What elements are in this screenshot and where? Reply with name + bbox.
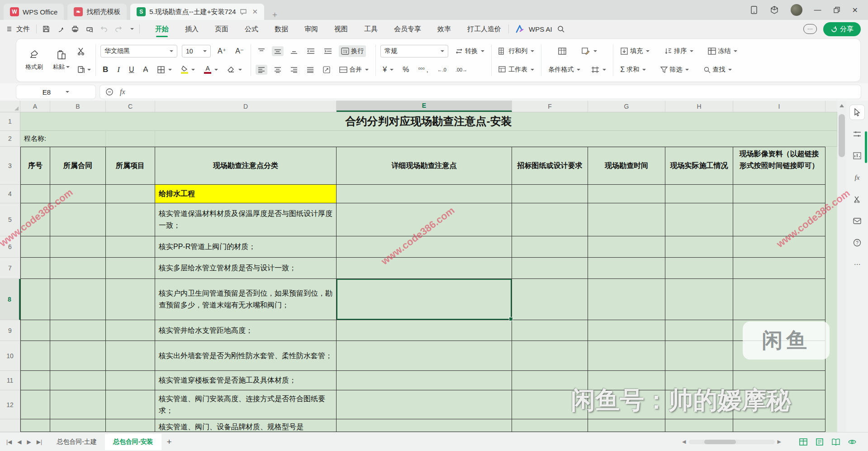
close-tab-icon[interactable]: ✕ <box>252 8 258 16</box>
cell[interactable] <box>588 371 665 390</box>
cell[interactable] <box>337 203 512 236</box>
menu-item-review[interactable]: 审阅 <box>297 22 325 37</box>
fill-color-button[interactable] <box>179 64 197 76</box>
category-cell[interactable]: 给排水工程 <box>155 185 337 203</box>
cell[interactable] <box>20 371 50 390</box>
cell[interactable] <box>512 320 588 341</box>
print-preview-icon[interactable] <box>85 25 94 33</box>
add-sheet-icon[interactable]: + <box>161 437 177 447</box>
cell[interactable] <box>733 203 825 236</box>
note-cell[interactable]: 核实管道保温材料材质及保温厚度是否与图纸设计厚度一致； <box>155 203 337 236</box>
app-tab-docer[interactable]: ❧ 找稻壳模板 <box>67 4 127 20</box>
scroll-left-icon[interactable]: ◀ <box>682 439 686 445</box>
project-name-cell[interactable]: 程名称: <box>20 131 106 147</box>
cell[interactable] <box>20 320 50 341</box>
row-header-6[interactable]: 6 <box>0 236 20 258</box>
cut-tool-icon[interactable] <box>850 192 864 206</box>
underline-button[interactable]: U <box>127 64 137 76</box>
cell[interactable] <box>337 419 512 432</box>
close-window-icon[interactable]: ✕ <box>852 6 858 14</box>
cell[interactable] <box>50 320 106 341</box>
clear-format-button[interactable] <box>225 64 244 75</box>
sum-button[interactable]: Σ求和 <box>618 64 648 76</box>
cell[interactable] <box>106 419 155 432</box>
cell[interactable] <box>512 419 588 432</box>
menu-item-insert[interactable]: 插入 <box>178 22 206 37</box>
note-cell[interactable]: 核实出外墙套管是否为刚性防水套管、柔性防水套管； <box>155 341 337 371</box>
menu-item-efficiency[interactable]: 效率 <box>430 22 458 37</box>
align-right-button[interactable] <box>288 65 300 75</box>
sheet-tab-install[interactable]: 总包合同-安装 <box>105 434 161 450</box>
note-cell[interactable]: 核实管道、阀门、设备品牌材质、规格型号是 <box>155 419 337 432</box>
row-header-13[interactable] <box>0 419 20 432</box>
note-cell[interactable]: 核实管井给水支管距地高度； <box>155 320 337 341</box>
cell[interactable] <box>512 236 588 258</box>
cell[interactable] <box>106 371 155 390</box>
cell[interactable] <box>337 371 512 390</box>
cell[interactable] <box>50 236 106 258</box>
page-view-icon[interactable] <box>816 438 824 446</box>
font-color-button[interactable]: A <box>202 63 220 76</box>
restore-icon[interactable] <box>833 6 840 14</box>
cut-icon[interactable] <box>77 47 86 56</box>
cell[interactable] <box>50 258 106 279</box>
copy-button[interactable] <box>77 65 91 74</box>
menu-item-formula[interactable]: 公式 <box>237 22 266 37</box>
borders-button[interactable] <box>155 64 174 76</box>
first-sheet-icon[interactable]: |◀ <box>6 439 12 445</box>
grid-view-icon[interactable] <box>799 438 807 446</box>
cell[interactable] <box>50 371 106 390</box>
conditional-format-button[interactable]: 条件格式 <box>546 64 583 76</box>
column-header-c[interactable]: C <box>106 101 155 112</box>
cell[interactable] <box>733 320 825 341</box>
worksheet-button[interactable]: 工作表 <box>496 64 536 76</box>
freeze-button[interactable]: 冻结 <box>706 45 740 57</box>
reading-view-icon[interactable] <box>832 438 840 446</box>
redo-icon[interactable] <box>114 25 123 33</box>
row-header-4[interactable]: 4 <box>0 185 20 203</box>
find-button[interactable]: 查找 <box>701 64 734 76</box>
cell[interactable] <box>665 185 733 203</box>
more-tools-icon[interactable]: ⋯ <box>850 257 864 272</box>
cell[interactable] <box>733 419 825 432</box>
name-box[interactable]: E8 <box>16 85 95 99</box>
font-name-select[interactable]: 华文细黑 <box>100 45 177 58</box>
cell[interactable] <box>588 185 665 203</box>
paste-dropdown-icon[interactable] <box>66 66 70 68</box>
cell[interactable] <box>665 341 733 371</box>
format-painter-button[interactable]: 格式刷 <box>23 42 46 79</box>
column-header-d[interactable]: D <box>155 101 337 112</box>
paste-button[interactable]: 粘贴 <box>50 42 72 79</box>
cell[interactable] <box>665 390 733 419</box>
new-tab-icon[interactable]: ＋ <box>270 9 279 20</box>
note-cell[interactable]: 核实户内卫生间管道预留是否到位，如果预留到位，勘查预留多少，管道末端有无水嘴和阀… <box>155 279 337 320</box>
align-middle-button[interactable] <box>272 46 284 56</box>
cell[interactable] <box>50 390 106 419</box>
header-cell-a[interactable]: 序号 <box>20 147 50 185</box>
chart-tool-icon[interactable] <box>850 149 864 163</box>
fill-button[interactable]: 填充 <box>618 45 652 57</box>
cell[interactable] <box>733 371 825 390</box>
share-button[interactable]: 分享 <box>823 22 861 36</box>
comma-style-button[interactable]: ⁰⁰⁰, <box>416 64 430 75</box>
menu-item-view[interactable]: 视图 <box>327 22 355 37</box>
function-search-icon[interactable] <box>105 88 114 96</box>
cell[interactable] <box>50 341 106 371</box>
decrease-decimal-button[interactable]: .00→ <box>453 65 470 74</box>
vertical-scroll-thumb[interactable] <box>839 114 845 157</box>
pointer-tool-icon[interactable] <box>850 105 864 120</box>
cell[interactable] <box>588 390 665 419</box>
print-icon[interactable] <box>71 25 79 33</box>
sort-button[interactable]: 排序 <box>662 45 696 57</box>
bold-button[interactable]: B <box>100 63 110 76</box>
cell-style-button[interactable] <box>579 45 599 57</box>
insert-function-icon[interactable]: fx <box>120 88 125 96</box>
cell[interactable] <box>337 341 512 371</box>
wps-ai-label[interactable]: WPS AI <box>529 25 552 33</box>
cell[interactable] <box>665 203 733 236</box>
cell[interactable] <box>20 258 50 279</box>
last-sheet-icon[interactable]: ▶| <box>37 439 42 445</box>
next-sheet-icon[interactable]: ▶ <box>27 439 31 445</box>
format-as-table-button[interactable] <box>589 64 608 75</box>
cell[interactable] <box>512 341 588 371</box>
